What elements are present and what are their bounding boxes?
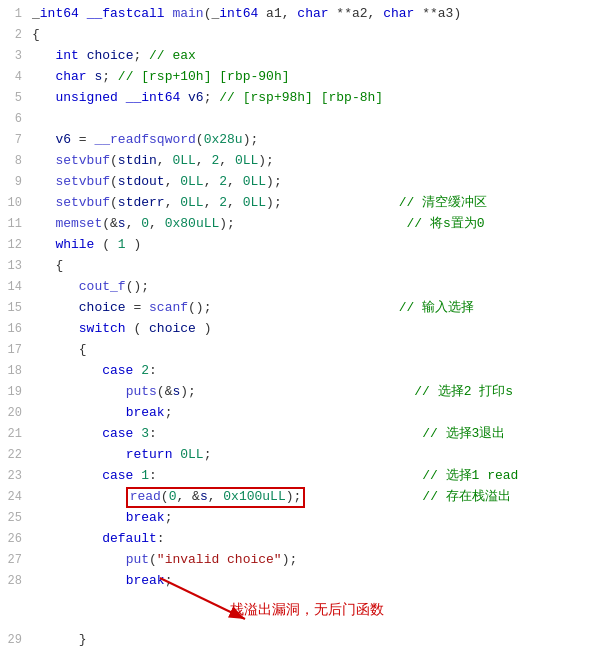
line-content-6 xyxy=(28,109,598,129)
line-content-18: case 2: xyxy=(28,361,598,381)
line-num-1: 1 xyxy=(0,4,28,24)
line-num-5: 5 xyxy=(0,88,28,108)
line-content-20: break; xyxy=(28,403,598,423)
line-num-26: 26 xyxy=(0,529,28,549)
line-content-11: memset(&s, 0, 0x80uLL); // 将s置为0 xyxy=(28,214,598,234)
code-line-3: 3 int choice; // eax xyxy=(0,46,598,67)
line-num-20: 20 xyxy=(0,403,28,423)
code-line-18: 18 case 2: xyxy=(0,361,598,382)
code-line-4: 4 char s; // [rsp+10h] [rbp-90h] xyxy=(0,67,598,88)
line-num-29: 29 xyxy=(0,630,28,650)
code-line-17: 17 { xyxy=(0,340,598,361)
line-content-19: puts(&s); // 选择2 打印s xyxy=(28,382,598,402)
line-num-22: 22 xyxy=(0,445,28,465)
line-num-3: 3 xyxy=(0,46,28,66)
code-line-29: 29 } xyxy=(0,630,598,651)
line-content-7: v6 = __readfsqword(0x28u); xyxy=(28,130,598,150)
line-num-7: 7 xyxy=(0,130,28,150)
line-content-13: { xyxy=(28,256,598,276)
line-content-23: case 1: // 选择1 read xyxy=(28,466,598,486)
line-content-3: int choice; // eax xyxy=(28,46,598,66)
code-line-21: 21 case 3: // 选择3退出 xyxy=(0,424,598,445)
line-content-12: while ( 1 ) xyxy=(28,235,598,255)
code-line-13: 13 { xyxy=(0,256,598,277)
code-line-1: 1 _int64 __fastcall main(_int64 a1, char… xyxy=(0,4,598,25)
code-line-23: 23 case 1: // 选择1 read xyxy=(0,466,598,487)
line-num-15: 15 xyxy=(0,298,28,318)
annotation-text: 栈溢出漏洞，无后门函数 xyxy=(230,600,384,622)
line-num-16: 16 xyxy=(0,319,28,339)
line-num-24: 24 xyxy=(0,487,28,507)
code-line-12: 12 while ( 1 ) xyxy=(0,235,598,256)
line-content-15: choice = scanf(); // 输入选择 xyxy=(28,298,598,318)
line-content-21: case 3: // 选择3退出 xyxy=(28,424,598,444)
line-num-6: 6 xyxy=(0,109,28,129)
line-num-2: 2 xyxy=(0,25,28,45)
line-num-4: 4 xyxy=(0,67,28,87)
line-num-9: 9 xyxy=(0,172,28,192)
code-container: 1 _int64 __fastcall main(_int64 a1, char… xyxy=(0,0,598,653)
line-content-5: unsigned __int64 v6; // [rsp+98h] [rbp-8… xyxy=(28,88,598,108)
line-num-11: 11 xyxy=(0,214,28,234)
line-content-16: switch ( choice ) xyxy=(28,319,598,339)
line-content-1: _int64 __fastcall main(_int64 a1, char *… xyxy=(28,4,598,24)
line-content-22: return 0LL; xyxy=(28,445,598,465)
line-num-19: 19 xyxy=(0,382,28,402)
line-content-17: { xyxy=(28,340,598,360)
code-line-20: 20 break; xyxy=(0,403,598,424)
code-line-22: 22 return 0LL; xyxy=(0,445,598,466)
annotation-row: 栈溢出漏洞，无后门函数 xyxy=(0,592,598,630)
code-line-6: 6 xyxy=(0,109,598,130)
line-num-17: 17 xyxy=(0,340,28,360)
line-num-13: 13 xyxy=(0,256,28,276)
line-content-14: cout_f(); xyxy=(28,277,598,297)
line-num-14: 14 xyxy=(0,277,28,297)
code-line-16: 16 switch ( choice ) xyxy=(0,319,598,340)
line-content-24: read(0, &s, 0x100uLL); // 存在栈溢出 xyxy=(28,487,598,508)
arrow-svg xyxy=(70,524,330,584)
code-line-24: 24 read(0, &s, 0x100uLL); // 存在栈溢出 xyxy=(0,487,598,508)
line-num-10: 10 xyxy=(0,193,28,213)
line-num-28: 28 xyxy=(0,571,28,591)
code-line-2: 2 { xyxy=(0,25,598,46)
code-line-11: 11 memset(&s, 0, 0x80uLL); // 将s置为0 xyxy=(0,214,598,235)
line-num-18: 18 xyxy=(0,361,28,381)
line-num-25: 25 xyxy=(0,508,28,528)
line-content-8: setvbuf(stdin, 0LL, 2, 0LL); xyxy=(28,151,598,171)
code-line-19: 19 puts(&s); // 选择2 打印s xyxy=(0,382,598,403)
code-line-8: 8 setvbuf(stdin, 0LL, 2, 0LL); xyxy=(0,151,598,172)
line-num-12: 12 xyxy=(0,235,28,255)
code-line-15: 15 choice = scanf(); // 输入选择 xyxy=(0,298,598,319)
line-content-2: { xyxy=(28,25,598,45)
code-line-7: 7 v6 = __readfsqword(0x28u); xyxy=(0,130,598,151)
code-line-9: 9 setvbuf(stdout, 0LL, 2, 0LL); xyxy=(0,172,598,193)
highlight-box-read: read(0, &s, 0x100uLL); xyxy=(126,487,306,508)
line-num-23: 23 xyxy=(0,466,28,486)
line-content-9: setvbuf(stdout, 0LL, 2, 0LL); xyxy=(28,172,598,192)
line-content-4: char s; // [rsp+10h] [rbp-90h] xyxy=(28,67,598,87)
line-num-27: 27 xyxy=(0,550,28,570)
line-num-21: 21 xyxy=(0,424,28,444)
line-content-10: setvbuf(stderr, 0LL, 2, 0LL); // 清空缓冲区 xyxy=(28,193,598,213)
code-line-14: 14 cout_f(); xyxy=(0,277,598,298)
code-line-5: 5 unsigned __int64 v6; // [rsp+98h] [rbp… xyxy=(0,88,598,109)
code-line-10: 10 setvbuf(stderr, 0LL, 2, 0LL); // 清空缓冲… xyxy=(0,193,598,214)
line-num-8: 8 xyxy=(0,151,28,171)
line-content-29: } xyxy=(28,630,598,650)
